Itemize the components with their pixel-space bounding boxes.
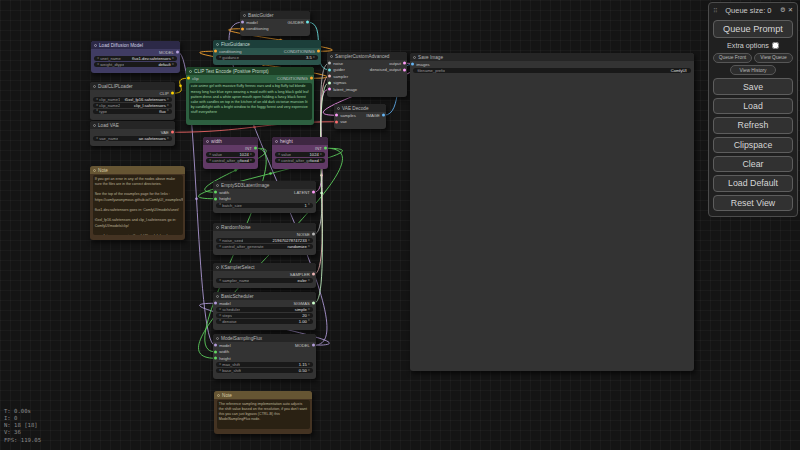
widget-increment-arrow[interactable]: ▸ bbox=[320, 153, 322, 157]
node-note-models[interactable]: NoteIf you get an error in any of the no… bbox=[90, 166, 185, 240]
node-title-bar[interactable]: Load Diffusion Model bbox=[91, 41, 180, 49]
output-slot-SIGMAS[interactable] bbox=[312, 302, 315, 305]
widget-unet_name[interactable]: ◂unet_nameflux1-dev.safetensors▸ bbox=[94, 56, 177, 61]
collapse-icon[interactable] bbox=[216, 43, 219, 46]
widget-decrement-arrow[interactable]: ◂ bbox=[219, 56, 221, 60]
widget-increment-arrow[interactable]: ▸ bbox=[308, 363, 310, 367]
node-sampler-custom-advanced[interactable]: SamplerCustomAdvancednoiseoutputguiderde… bbox=[327, 52, 407, 97]
input-slot-model[interactable] bbox=[241, 21, 244, 24]
widget-increment-arrow[interactable]: ▸ bbox=[308, 279, 310, 283]
collapse-icon[interactable] bbox=[216, 337, 219, 340]
widget-decrement-arrow[interactable]: ◂ bbox=[219, 369, 221, 373]
input-slot-guider[interactable] bbox=[328, 68, 331, 71]
widget-increment-arrow[interactable]: ▸ bbox=[308, 203, 310, 207]
comfy-menu-panel[interactable]: ⠿ Queue size: 0 ⚙ ✕ Queue Prompt Extra o… bbox=[708, 2, 798, 217]
output-slot-CONDITIONING[interactable] bbox=[310, 77, 313, 80]
output-slot-GUIDER[interactable] bbox=[306, 21, 309, 24]
output-slot-MODEL[interactable] bbox=[176, 51, 179, 54]
collapse-icon[interactable] bbox=[93, 85, 96, 88]
node-title-bar[interactable]: height bbox=[272, 137, 328, 145]
node-title-bar[interactable]: DualCLIPLoader bbox=[90, 82, 175, 90]
node-title-bar[interactable]: BasicGuider bbox=[240, 11, 310, 19]
widget-increment-arrow[interactable]: ▸ bbox=[250, 159, 252, 163]
output-slot-CONDITIONING[interactable] bbox=[317, 50, 320, 53]
input-slot-conditioning[interactable] bbox=[241, 27, 244, 30]
widget-batch_size[interactable]: ◂batch_size1▸ bbox=[216, 203, 313, 208]
queue-prompt-button[interactable]: Queue Prompt bbox=[713, 20, 793, 38]
input-slot-latent_image[interactable] bbox=[328, 88, 331, 91]
input-slot-height[interactable] bbox=[214, 357, 217, 360]
node-title-bar[interactable]: width bbox=[203, 137, 258, 145]
input-slot-samples[interactable] bbox=[335, 114, 338, 117]
widget-control_after_generate[interactable]: ◂control_after_generaterandomize▸ bbox=[216, 244, 313, 249]
drag-handle-icon[interactable]: ⠿ bbox=[713, 7, 718, 15]
node-load-diffusion-model[interactable]: Load Diffusion ModelMODEL◂unet_nameflux1… bbox=[91, 41, 180, 73]
node-width[interactable]: widthINT◂value1024▸◂control_after_generf… bbox=[203, 137, 258, 169]
widget-decrement-arrow[interactable]: ◂ bbox=[97, 57, 99, 61]
widget-increment-arrow[interactable]: ▸ bbox=[313, 56, 315, 60]
widget-vae_name[interactable]: ◂vae_nameae.safetensors▸ bbox=[93, 136, 172, 141]
widget-type[interactable]: ◂typeflux▸ bbox=[93, 109, 172, 114]
widget-increment-arrow[interactable]: ▸ bbox=[308, 239, 310, 243]
output-slot-SAMPLER[interactable] bbox=[312, 273, 315, 276]
widget-filename_prefix[interactable]: filename_prefixComfyUI bbox=[413, 68, 691, 73]
output-slot-NOISE[interactable] bbox=[312, 233, 315, 236]
node-note-sampling[interactable]: NoteThe reference sampling implementatio… bbox=[214, 391, 312, 434]
input-slot-images[interactable] bbox=[411, 63, 414, 66]
widget-clip_name2[interactable]: ◂clip_name2clip_l.safetensors▸ bbox=[93, 103, 172, 108]
widget-increment-arrow[interactable]: ▸ bbox=[167, 137, 169, 141]
input-slot-sigmas[interactable] bbox=[328, 81, 331, 84]
input-slot-noise[interactable] bbox=[328, 62, 331, 65]
node-title-bar[interactable]: Save Image bbox=[410, 53, 694, 61]
node-title-bar[interactable]: FluxGuidance bbox=[213, 40, 321, 48]
view-queue-button[interactable]: View Queue bbox=[754, 53, 793, 63]
output-slot-output[interactable] bbox=[403, 62, 406, 65]
extra-options-checkbox[interactable] bbox=[772, 42, 779, 49]
output-slot-IMAGE[interactable] bbox=[382, 114, 385, 117]
widget-increment-arrow[interactable]: ▸ bbox=[172, 63, 174, 67]
collapse-icon[interactable] bbox=[189, 70, 192, 73]
widget-increment-arrow[interactable]: ▸ bbox=[308, 319, 310, 323]
node-title-bar[interactable]: RandomNoise bbox=[213, 223, 316, 231]
collapse-icon[interactable] bbox=[275, 140, 278, 143]
widget-increment-arrow[interactable]: ▸ bbox=[320, 159, 322, 163]
input-slot-conditioning[interactable] bbox=[214, 50, 217, 53]
collapse-icon[interactable] bbox=[216, 184, 219, 187]
widget-weight_dtype[interactable]: ◂weight_dtypedefault▸ bbox=[94, 62, 177, 67]
input-slot-width[interactable] bbox=[214, 350, 217, 353]
node-vae-decode[interactable]: VAE DecodesamplesIMAGEvae bbox=[334, 104, 386, 129]
widget-decrement-arrow[interactable]: ◂ bbox=[219, 279, 221, 283]
reset-view-button[interactable]: Reset View bbox=[713, 195, 793, 211]
widget-control_after_gener[interactable]: ◂control_after_generfixed▸ bbox=[206, 158, 255, 163]
widget-clip_name1[interactable]: ◂clip_name1t5xxl_fp16.safetensors▸ bbox=[93, 97, 172, 102]
widget-decrement-arrow[interactable]: ◂ bbox=[219, 308, 221, 312]
node-height[interactable]: heightINT◂value1024▸◂control_after_gener… bbox=[272, 137, 328, 169]
node-graph-canvas[interactable]: BasicGuidermodelGUIDERconditioningFluxGu… bbox=[0, 0, 800, 450]
widget-increment-arrow[interactable]: ▸ bbox=[167, 98, 169, 102]
widget-decrement-arrow[interactable]: ◂ bbox=[219, 245, 221, 249]
collapse-icon[interactable] bbox=[94, 44, 97, 47]
widget-sampler_name[interactable]: ◂sampler_nameeuler▸ bbox=[216, 278, 313, 283]
node-clip-text-encode[interactable]: CLIP Text Encode (Positive Prompt)clipCO… bbox=[186, 67, 314, 125]
widget-decrement-arrow[interactable]: ◂ bbox=[278, 159, 280, 163]
widget-value[interactable]: ◂value1024▸ bbox=[206, 152, 255, 157]
widget-noise_seed[interactable]: ◂noise_seed219670278747233▸ bbox=[216, 238, 313, 243]
node-title-bar[interactable]: VAE Decode bbox=[334, 104, 386, 112]
output-slot-CLIP[interactable] bbox=[171, 92, 174, 95]
collapse-icon[interactable] bbox=[216, 226, 219, 229]
input-slot-model[interactable] bbox=[214, 344, 217, 347]
widget-denoise[interactable]: ◂denoise1.00▸ bbox=[216, 319, 313, 324]
widget-decrement-arrow[interactable]: ◂ bbox=[96, 109, 98, 113]
collapse-icon[interactable] bbox=[217, 394, 220, 397]
widget-steps[interactable]: ◂steps20▸ bbox=[216, 313, 313, 318]
node-title-bar[interactable]: Note bbox=[214, 391, 312, 399]
clipspace-button[interactable]: Clipspace bbox=[713, 137, 793, 153]
input-slot-height[interactable] bbox=[214, 197, 217, 200]
widget-increment-arrow[interactable]: ▸ bbox=[167, 109, 169, 113]
widget-increment-arrow[interactable]: ▸ bbox=[167, 104, 169, 108]
node-title-bar[interactable]: SamplerCustomAdvanced bbox=[327, 52, 407, 60]
queue-front-button[interactable]: Queue Front bbox=[713, 53, 752, 63]
output-slot-MODEL[interactable] bbox=[312, 344, 315, 347]
widget-decrement-arrow[interactable]: ◂ bbox=[219, 239, 221, 243]
widget-decrement-arrow[interactable]: ◂ bbox=[209, 159, 211, 163]
